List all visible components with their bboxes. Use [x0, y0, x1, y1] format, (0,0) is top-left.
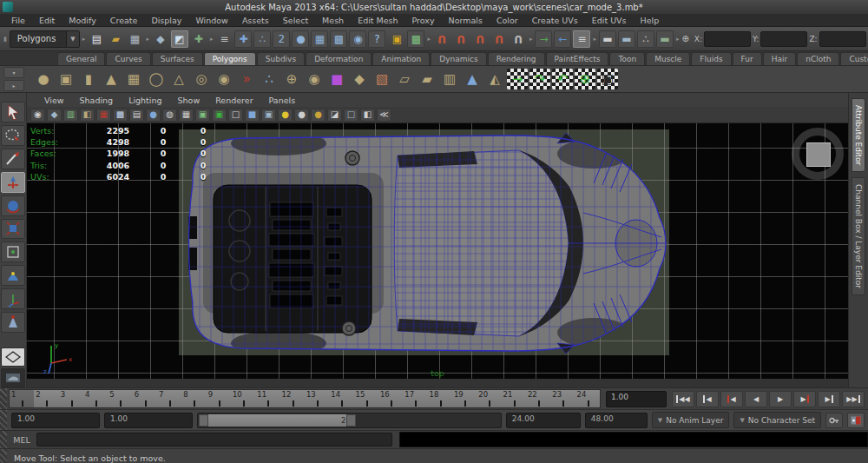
uv-automatic-map-icon[interactable]: ⊕: [575, 69, 595, 89]
quick-selection-icon[interactable]: ⊕: [681, 31, 688, 46]
mel-label[interactable]: MEL: [7, 435, 36, 445]
poly-cube-icon[interactable]: ▣: [56, 69, 76, 89]
chevron-down-icon[interactable]: ▼: [66, 31, 79, 47]
film-gate-icon[interactable]: ▤: [129, 109, 144, 122]
mask-dynamics-icon[interactable]: ▩: [330, 30, 347, 48]
mel-input-field[interactable]: [36, 433, 392, 446]
time-slider-20[interactable]: 20: [477, 390, 501, 407]
exposure-icon[interactable]: ◧: [360, 109, 375, 122]
time-slider-10[interactable]: 10: [231, 390, 255, 407]
main-menu-color[interactable]: Color: [490, 16, 524, 25]
camera-attributes-icon[interactable]: ▥: [63, 109, 78, 122]
step-back-key-button[interactable]: ◀: [720, 391, 743, 407]
main-menu-edit[interactable]: Edit: [33, 16, 61, 25]
snap-curve-icon[interactable]: U: [452, 30, 470, 48]
mask-surfaces-icon[interactable]: ●: [292, 30, 309, 48]
main-menu-window[interactable]: Window: [189, 16, 233, 25]
current-time-field[interactable]: 1.00: [606, 391, 667, 407]
snap-live-icon[interactable]: U: [510, 30, 527, 48]
uv-cylindrical-map-icon[interactable]: ↷: [529, 69, 550, 89]
section-collapse-arrow[interactable]: ▸: [676, 30, 680, 48]
time-slider-grip[interactable]: [0, 388, 7, 409]
mask-deformations-icon[interactable]: ▦: [311, 30, 328, 48]
main-menu-proxy[interactable]: Proxy: [406, 16, 441, 25]
mask-points-icon[interactable]: ∴: [253, 30, 271, 48]
poly-sphere-icon[interactable]: ●: [33, 69, 54, 89]
main-menu-modify[interactable]: Modify: [62, 16, 102, 25]
shelf-tab-muscle[interactable]: Muscle: [646, 52, 690, 65]
set-key-icon[interactable]: [825, 413, 843, 428]
universal-manipulator-button[interactable]: [1, 241, 25, 262]
time-slider-3[interactable]: 3: [59, 390, 83, 407]
animation-end-field[interactable]: 48.00: [585, 413, 648, 428]
lighting-all-icon[interactable]: ●: [278, 109, 293, 122]
bookmark-icon[interactable]: ◧: [80, 109, 95, 122]
step-forward-frame-button[interactable]: ▶: [818, 391, 840, 407]
select-hierarchy-icon[interactable]: ◆: [152, 30, 169, 48]
poly-pipe-icon[interactable]: ◎: [191, 69, 212, 89]
time-slider-13[interactable]: 13: [305, 390, 329, 407]
select-tool-button[interactable]: [1, 102, 25, 122]
ipr-render-icon[interactable]: ▬: [618, 30, 635, 48]
time-slider-22[interactable]: 22: [526, 390, 550, 407]
mask-handles-icon[interactable]: ✚: [234, 30, 252, 48]
play-forwards-button[interactable]: ▶: [769, 391, 792, 407]
panel-menu-lighting[interactable]: Lighting: [122, 96, 168, 105]
new-scene-icon[interactable]: ▤: [88, 30, 105, 48]
shelf-tab-ncloth[interactable]: nCloth: [797, 52, 839, 65]
resolution-gate-icon[interactable]: ●: [146, 109, 161, 122]
step-forward-key-button[interactable]: ▶: [793, 391, 816, 407]
go-to-start-button[interactable]: ◀◀: [672, 391, 694, 407]
main-menu-select[interactable]: Select: [277, 16, 314, 25]
range-end-handle[interactable]: [346, 414, 356, 427]
section-collapse-arrow[interactable]: ▸: [82, 30, 86, 48]
shelf-menu-button[interactable]: ▸: [3, 80, 24, 91]
shelf-tab-custom[interactable]: Custom: [840, 52, 868, 65]
snap-point-icon[interactable]: U: [471, 30, 489, 48]
time-slider-16[interactable]: 16: [378, 390, 403, 407]
panel-menu-view[interactable]: View: [37, 96, 71, 105]
snap-view-plane-icon[interactable]: U: [490, 30, 508, 48]
time-slider-1[interactable]: 1: [10, 390, 34, 407]
y-input[interactable]: [760, 31, 807, 47]
time-slider-19[interactable]: 19: [452, 390, 477, 407]
shelf-tab-animation[interactable]: Animation: [372, 52, 430, 65]
car-model-mesh[interactable]: [179, 129, 669, 355]
poly-cone-icon[interactable]: ▲: [101, 69, 122, 89]
time-slider-2[interactable]: 2: [34, 390, 58, 407]
soft-modification-tool-button[interactable]: [1, 265, 25, 286]
time-slider-11[interactable]: 11: [255, 390, 279, 407]
single-pane-layout-button[interactable]: [1, 347, 25, 367]
poly-append-icon[interactable]: ▲: [462, 69, 483, 89]
textured-mode-icon[interactable]: ▣: [261, 109, 276, 122]
shelf-tab-subdivs[interactable]: Subdivs: [257, 52, 305, 65]
tab-attribute-editor[interactable]: Attribute Editor: [852, 98, 865, 172]
x-input[interactable]: [704, 31, 751, 47]
shelf-tab-surfaces[interactable]: Surfaces: [152, 52, 203, 65]
shelf-tab-fluids[interactable]: Fluids: [691, 52, 731, 65]
uv-editor-icon[interactable]: ▣: [597, 69, 618, 89]
poly-bridge-icon[interactable]: ▱: [394, 69, 415, 89]
select-component-icon[interactable]: ✚: [190, 30, 207, 48]
output-connection-icon[interactable]: ←: [554, 30, 571, 48]
poly-combine-icon[interactable]: »: [236, 69, 257, 89]
poly-union-icon[interactable]: ⊕: [281, 69, 302, 89]
go-to-end-button[interactable]: ▶▶: [842, 391, 865, 407]
status-grip[interactable]: ▮: [3, 30, 7, 48]
shelf-tab-painteffects[interactable]: PaintEffects: [546, 52, 609, 65]
show-manipulator-tool-button[interactable]: [1, 288, 25, 309]
time-slider-8[interactable]: 8: [181, 390, 206, 407]
help-line-grip[interactable]: [0, 449, 7, 463]
gate-mask-icon[interactable]: ◍: [162, 109, 177, 122]
main-menu-display[interactable]: Display: [145, 16, 187, 25]
poly-torus-icon[interactable]: ◯: [146, 69, 167, 89]
range-slider-bar[interactable]: 1 24: [199, 414, 354, 427]
main-menu-create[interactable]: Create: [104, 16, 144, 25]
input-connection-icon[interactable]: →: [535, 30, 552, 48]
time-slider-5[interactable]: 5: [108, 390, 132, 407]
main-menu-assets[interactable]: Assets: [236, 16, 275, 25]
main-menu-edit-uvs[interactable]: Edit UVs: [586, 16, 633, 25]
time-slider-17[interactable]: 17: [403, 390, 427, 407]
character-set-dropdown[interactable]: ▼ No Character Set: [733, 412, 821, 428]
view-compass-top-face[interactable]: [806, 142, 831, 167]
